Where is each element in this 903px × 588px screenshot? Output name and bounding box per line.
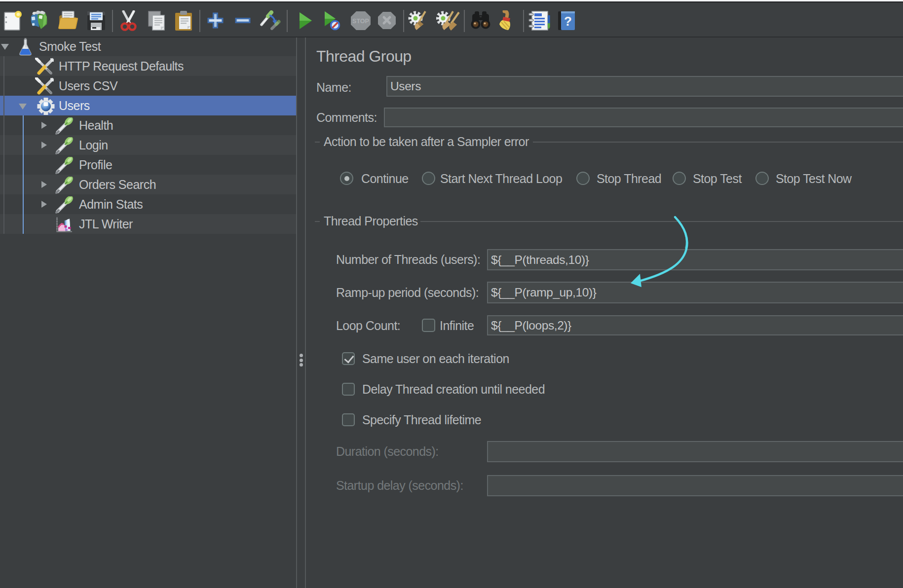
svg-text:?: ? xyxy=(564,14,572,29)
svg-text:STOP: STOP xyxy=(352,18,369,25)
